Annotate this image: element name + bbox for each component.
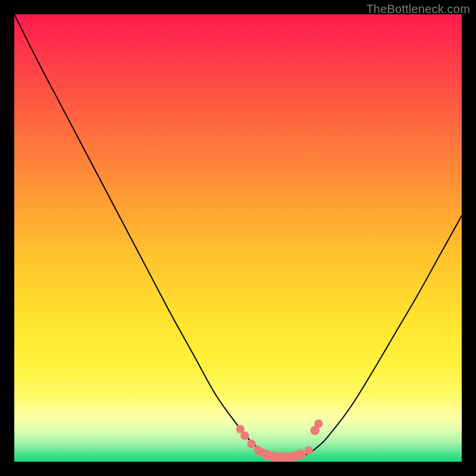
bottleneck-curve xyxy=(14,14,462,458)
curve-markers xyxy=(236,419,323,462)
chart-frame: TheBottleneck.com xyxy=(0,0,476,476)
curve-marker xyxy=(296,449,306,459)
curve-marker xyxy=(247,440,255,448)
curve-marker xyxy=(314,419,322,428)
chart-svg xyxy=(14,14,462,462)
curve-marker xyxy=(240,431,249,440)
watermark-text: TheBottleneck.com xyxy=(366,2,470,16)
plot-area xyxy=(14,14,462,462)
curve-marker xyxy=(305,446,313,455)
